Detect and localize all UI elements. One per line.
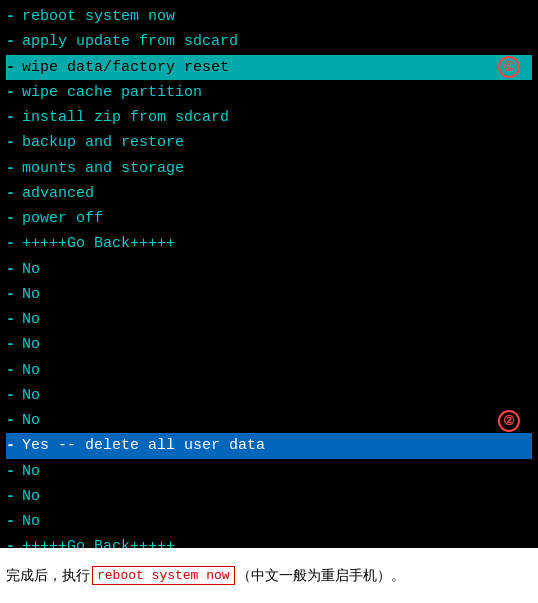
menu-dash: -	[6, 106, 18, 129]
menu-item-apply[interactable]: -apply update from sdcard	[6, 29, 532, 54]
menu-dash: -	[6, 434, 18, 457]
menu-label: wipe cache partition	[22, 81, 202, 104]
menu-item-no-6[interactable]: -No	[6, 383, 532, 408]
menu-label: No	[22, 258, 40, 281]
menu-item-yes-row[interactable]: -Yes -- delete all user data	[6, 433, 532, 458]
menu-dash: -	[6, 535, 18, 548]
footer-before: 完成后，执行	[6, 567, 90, 585]
menu-label: +++++Go Back+++++	[22, 232, 175, 255]
menu-label: No	[22, 359, 40, 382]
menu-item-no-9[interactable]: -No	[6, 484, 532, 509]
menu-item-wipe-data[interactable]: -wipe data/factory reset①	[6, 55, 532, 80]
menu-item-advanced[interactable]: -advanced	[6, 181, 532, 206]
menu-label: No	[22, 333, 40, 356]
menu-label: No	[22, 485, 40, 508]
menu-dash: -	[6, 485, 18, 508]
menu-item-no-10[interactable]: -No	[6, 509, 532, 534]
menu-dash: -	[6, 5, 18, 28]
menu-label: power off	[22, 207, 103, 230]
menu-dash: -	[6, 207, 18, 230]
menu-label: No	[22, 283, 40, 306]
menu-label: advanced	[22, 182, 94, 205]
menu-item-no-1[interactable]: -No	[6, 257, 532, 282]
menu-dash: -	[6, 56, 18, 79]
menu-label: No	[22, 308, 40, 331]
menu-dash: -	[6, 308, 18, 331]
footer-inline-code: reboot system now	[92, 566, 235, 585]
menu-dash: -	[6, 359, 18, 382]
menu-label: No	[22, 460, 40, 483]
menu-item-mounts[interactable]: -mounts and storage	[6, 156, 532, 181]
menu-item-no-2[interactable]: -No	[6, 282, 532, 307]
menu-dash: -	[6, 258, 18, 281]
menu-dash: -	[6, 157, 18, 180]
menu-item-no-4[interactable]: -No	[6, 332, 532, 357]
menu-item-wipe-cache[interactable]: -wipe cache partition	[6, 80, 532, 105]
menu-item-go-back-1[interactable]: -+++++Go Back+++++	[6, 231, 532, 256]
menu-item-reboot[interactable]: -reboot system now	[6, 4, 532, 29]
footer-after: （中文一般为重启手机）。	[237, 567, 405, 585]
menu-label: No	[22, 384, 40, 407]
menu-dash: -	[6, 182, 18, 205]
menu-dash: -	[6, 510, 18, 533]
menu-item-no-8[interactable]: -No	[6, 459, 532, 484]
menu-item-no-3[interactable]: -No	[6, 307, 532, 332]
terminal-screen: -reboot system now-apply update from sdc…	[0, 0, 538, 548]
menu-label: Yes -- delete all user data	[22, 434, 265, 457]
menu-label: reboot system now	[22, 5, 175, 28]
menu-dash: -	[6, 81, 18, 104]
menu-dash: -	[6, 131, 18, 154]
menu-dash: -	[6, 30, 18, 53]
menu-dash: -	[6, 460, 18, 483]
menu-item-go-back-2[interactable]: -+++++Go Back+++++	[6, 534, 532, 548]
menu-label: +++++Go Back+++++	[22, 535, 175, 548]
menu-item-backup[interactable]: -backup and restore	[6, 130, 532, 155]
menu-item-power-off[interactable]: -power off	[6, 206, 532, 231]
menu-item-install-zip[interactable]: -install zip from sdcard	[6, 105, 532, 130]
badge-wipe-data: ①	[498, 56, 520, 78]
menu-dash: -	[6, 283, 18, 306]
menu-label: No	[22, 510, 40, 533]
menu-item-no-5[interactable]: -No	[6, 358, 532, 383]
menu-label: No	[22, 409, 40, 432]
menu-item-no-7[interactable]: -No②	[6, 408, 532, 433]
menu-dash: -	[6, 232, 18, 255]
menu-label: mounts and storage	[22, 157, 184, 180]
menu-label: install zip from sdcard	[22, 106, 229, 129]
menu-dash: -	[6, 333, 18, 356]
badge-no-7: ②	[498, 410, 520, 432]
menu-label: apply update from sdcard	[22, 30, 238, 53]
menu-dash: -	[6, 409, 18, 432]
menu-label: wipe data/factory reset	[22, 56, 229, 79]
menu-label: backup and restore	[22, 131, 184, 154]
menu-dash: -	[6, 384, 18, 407]
footer-text: 完成后，执行 reboot system now （中文一般为重启手机）。	[0, 548, 538, 603]
